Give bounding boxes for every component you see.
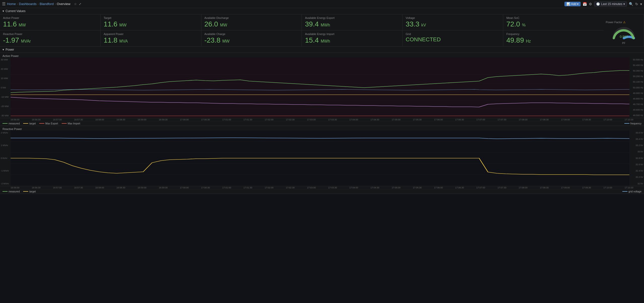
active-power-chart-area: 30 MW 20 MW 10 MW 0 kW -10 MW -20 MW -30… — [0, 57, 644, 118]
y-axis-left-active: 30 MW 20 MW 10 MW 0 kW -10 MW -20 MW -30… — [0, 57, 11, 118]
hamburger-icon[interactable]: ☰ — [2, 2, 6, 6]
target-line-icon — [23, 123, 28, 124]
x-axis-reactive-power: 16:56:00 16:56:30 16:57:00 16:57:30 16:5… — [0, 186, 644, 189]
metric-label-target: Target — [104, 16, 198, 19]
power-section-header[interactable]: ▾ Power — [0, 47, 644, 53]
metric-label-active-power: Active Power — [3, 16, 97, 19]
metric-value-grid: CONNECTED — [406, 37, 500, 43]
gauge-container: 0.982 PF — [611, 25, 636, 40]
metric-value-reactive-power: -1.97 MVAr — [3, 37, 97, 44]
metric-available-discharge: Available Discharge 26.0 MW — [201, 14, 302, 30]
reactive-legend-target: target — [23, 190, 36, 193]
refresh-icon[interactable]: ↻ — [635, 2, 638, 6]
legend-frequency: frequency — [624, 122, 641, 125]
share-icon[interactable]: ⤢ — [79, 2, 81, 6]
power-factor-label: Power Factor — [606, 21, 622, 24]
reactive-power-chart-title: Reactive Power — [0, 126, 644, 130]
grid-voltage-line-icon — [622, 191, 627, 192]
settings-icon[interactable]: ⚙ — [589, 2, 592, 6]
reactive-legend-grid-voltage: grid voltage — [622, 190, 641, 193]
power-factor-card: Power Factor ⚠ 0.982 PF — [604, 14, 644, 46]
gauge-svg: 0.982 — [611, 25, 636, 40]
metric-value-mean-soc: 72.0 % — [506, 20, 601, 28]
y-axis-left-reactive: 2 MVAr 1 MVAr 0 kVAr -1 MVAr -2 MVAr — [0, 130, 11, 186]
metric-apparent-power: Apparent Power 11.8 MVA — [101, 30, 201, 46]
collapse-icon: ▾ — [3, 9, 4, 13]
calendar-icon[interactable]: 📅 — [583, 2, 587, 6]
metric-available-charge: Available Charge -23.8 MW — [201, 30, 302, 46]
metric-mean-soc: Mean SoC 72.0 % — [503, 14, 604, 30]
time-chevron-icon: ▾ — [623, 2, 625, 6]
y-axis-right-reactive: 33.6 kV 33.4 kV 33.2 kV 33 kV 32.8 kV 32… — [629, 130, 644, 186]
metric-label-available-discharge: Available Discharge — [204, 16, 299, 19]
breadcrumb-dashboards[interactable]: Dashboards — [19, 2, 37, 6]
y-axis-right-active: 50.500 Hz 50.400 Hz 50.300 Hz 50.200 Hz … — [629, 57, 644, 118]
metric-available-energy-export: Available Energy Export 39.4 MWh — [302, 14, 403, 30]
active-power-chart-title: Active Power — [0, 53, 644, 57]
max-export-line-icon — [39, 123, 44, 124]
metric-label-voltage: Voltage — [406, 16, 500, 19]
add-chevron-icon: ▾ — [577, 2, 579, 6]
metric-frequency: Frequency 49.89 Hz — [503, 30, 604, 46]
metric-label-available-charge: Available Charge — [204, 32, 299, 36]
legend-target: target — [23, 122, 36, 125]
breadcrumb-home[interactable]: Home — [7, 2, 16, 6]
legend-max-import: Max Import — [62, 122, 80, 125]
metric-value-available-charge: -23.8 MW — [204, 37, 299, 44]
legend-max-export: Max Export — [39, 122, 58, 125]
metric-label-mean-soc: Mean SoC — [506, 16, 601, 19]
metric-label-available-energy-export: Available Energy Export — [305, 16, 399, 19]
max-import-line-icon — [62, 123, 67, 124]
frequency-line-icon — [624, 123, 629, 124]
power-collapse-icon: ▾ — [3, 48, 4, 51]
reactive-measured-line-icon — [3, 191, 8, 192]
metric-label-frequency: Frequency — [506, 32, 601, 36]
legend-measured: measured — [3, 122, 20, 125]
metric-value-target: 11.6 MW — [104, 20, 198, 28]
reactive-power-legend: measured target grid voltage — [0, 189, 644, 194]
metric-value-available-energy-export: 39.4 MWh — [305, 20, 399, 28]
reactive-legend-measured: measured — [3, 190, 20, 193]
star-icon[interactable]: ☆ — [74, 2, 77, 6]
add-icon: 📊 — [566, 2, 570, 6]
metric-grid: Grid CONNECTED — [403, 30, 503, 46]
reactive-power-chart-section: Reactive Power 2 MVAr 1 MVAr 0 kVAr -1 M… — [0, 126, 644, 194]
metric-available-energy-import: Available Energy Import 15.4 MWh — [302, 30, 403, 46]
clock-icon: 🕐 — [596, 2, 600, 6]
metric-value-available-discharge: 26.0 MW — [204, 20, 299, 28]
metrics-left: Active Power 11.6 MW Target 11.6 MW Avai… — [0, 14, 604, 46]
breadcrumb-blandford[interactable]: Blandford — [40, 2, 54, 6]
metric-label-apparent-power: Apparent Power — [104, 32, 198, 36]
metric-value-voltage: 33.3 kV — [406, 20, 500, 28]
zoom-out-icon[interactable]: 🔍 — [629, 2, 633, 6]
gauge-pf-label: PF — [611, 42, 636, 45]
active-power-chart-section: Active Power 30 MW 20 MW 10 MW 0 kW -10 … — [0, 53, 644, 126]
metric-voltage: Voltage 33.3 kV — [403, 14, 503, 30]
breadcrumb: Home › Dashboards › Blandford › Overview — [7, 2, 70, 6]
reactive-target-line-icon — [23, 191, 28, 192]
metrics-row-1: Active Power 11.6 MW Target 11.6 MW Avai… — [0, 14, 604, 30]
measured-line-icon — [3, 123, 8, 124]
metric-active-power: Active Power 11.6 MW — [0, 14, 101, 30]
metric-reactive-power: Reactive Power -1.97 MVAr — [0, 30, 101, 46]
add-button[interactable]: 📊 Add ▾ — [564, 2, 581, 6]
active-power-legend: measured target Max Export Max Import fr… — [0, 121, 644, 126]
metric-label-grid: Grid — [406, 32, 500, 36]
metric-value-frequency: 49.89 Hz — [506, 37, 601, 44]
current-values-section-header[interactable]: ▾ Current Values — [0, 8, 644, 14]
metric-label-available-energy-import: Available Energy Import — [305, 32, 399, 36]
reactive-power-chart-area: 2 MVAr 1 MVAr 0 kVAr -1 MVAr -2 MVAr 33.… — [0, 130, 644, 186]
top-right-controls: 📊 Add ▾ 📅 ⚙ 🕐 Last 15 minutes ▾ 🔍 ↻ ▾ — [564, 2, 642, 7]
breadcrumb-overview: Overview — [57, 2, 70, 6]
metric-value-available-energy-import: 15.4 MWh — [305, 37, 399, 44]
x-axis-active-power: 16:56:00 16:56:30 16:57:00 16:57:30 16:5… — [0, 118, 644, 121]
time-range-selector[interactable]: 🕐 Last 15 minutes ▾ — [594, 2, 627, 7]
metrics-rows-container: Active Power 11.6 MW Target 11.6 MW Avai… — [0, 14, 644, 47]
reactive-power-svg — [11, 130, 629, 186]
metric-value-apparent-power: 11.8 MVA — [104, 37, 198, 44]
refresh-chevron-icon[interactable]: ▾ — [640, 2, 642, 6]
top-navigation: ☰ Home › Dashboards › Blandford › Overvi… — [0, 0, 644, 8]
active-power-svg — [11, 57, 629, 118]
svg-text:0.982: 0.982 — [620, 35, 628, 38]
metric-value-active-power: 11.6 MW — [3, 20, 97, 28]
